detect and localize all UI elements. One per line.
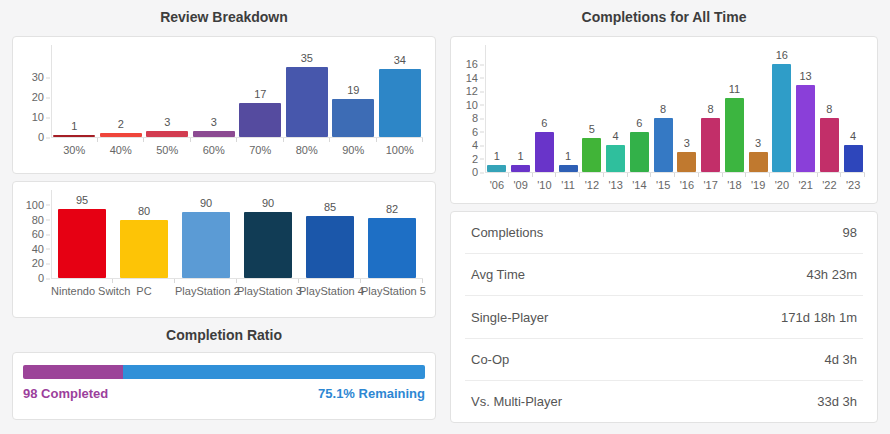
bar-playstation-5[interactable] bbox=[368, 218, 416, 278]
bar-18[interactable] bbox=[725, 98, 744, 172]
ratio-remaining-segment[interactable] bbox=[123, 365, 425, 379]
chart-column: 1770% bbox=[237, 49, 284, 159]
completion-ratio-title: Completion Ratio bbox=[12, 327, 436, 343]
stat-label: Vs. Multi-Player bbox=[471, 394, 562, 409]
bar-19[interactable] bbox=[749, 152, 768, 172]
bar-wrap: 1 bbox=[51, 49, 98, 137]
plot-area: 130%240%350%360%1770%3580%1990%34100% bbox=[51, 49, 423, 159]
bar-21[interactable] bbox=[796, 85, 815, 172]
y-axis-tick: 4 bbox=[472, 140, 478, 151]
ratio-completed-label: 98 Completed bbox=[23, 386, 108, 401]
bar-wrap: 35 bbox=[284, 49, 331, 137]
bar-wrap: 2 bbox=[98, 49, 145, 137]
bar-value-label: 34 bbox=[394, 54, 406, 66]
stat-label: Avg Time bbox=[471, 267, 525, 282]
y-axis: 0102030 bbox=[21, 49, 51, 137]
bar-value-label: 80 bbox=[138, 205, 150, 217]
x-axis-label: '20 bbox=[770, 172, 794, 194]
bar-playstation-2[interactable] bbox=[182, 212, 230, 278]
bar-wrap: 3 bbox=[746, 49, 770, 172]
x-axis-label: PlayStation 2 bbox=[175, 278, 237, 300]
bar-value-label: 85 bbox=[324, 201, 336, 213]
chart-column: 130% bbox=[51, 49, 98, 159]
chart-column: 1'06 bbox=[485, 49, 509, 194]
bar-wrap: 85 bbox=[299, 194, 361, 278]
bar-value-label: 3 bbox=[684, 137, 690, 149]
bar-value-label: 8 bbox=[708, 103, 714, 115]
bar-20[interactable] bbox=[772, 64, 791, 172]
bar-06[interactable] bbox=[487, 165, 506, 172]
y-axis: 0246810121416 bbox=[459, 49, 485, 172]
bar-wrap: 90 bbox=[237, 194, 299, 278]
chart-column: 8'22 bbox=[818, 49, 842, 194]
y-axis-tick: 14 bbox=[466, 72, 478, 83]
bar-wrap: 4 bbox=[604, 49, 628, 172]
x-axis-label: '11 bbox=[556, 172, 580, 194]
x-axis-label: '19 bbox=[746, 172, 770, 194]
review-breakdown-panel: 0102030130%240%350%360%1770%3580%1990%34… bbox=[12, 36, 436, 174]
ratio-remaining-label: 75.1% Remaining bbox=[318, 386, 425, 401]
bar-11[interactable] bbox=[559, 165, 578, 172]
bar-09[interactable] bbox=[511, 165, 530, 172]
chart-column: 82PlayStation 5 bbox=[361, 194, 423, 300]
chart-column: 34100% bbox=[377, 49, 424, 159]
chart-column: 3'19 bbox=[746, 49, 770, 194]
bar-value-label: 1 bbox=[71, 120, 77, 132]
bar-pc[interactable] bbox=[120, 220, 168, 278]
bar-23[interactable] bbox=[844, 145, 863, 172]
x-axis-label: PC bbox=[113, 278, 175, 300]
x-axis-label: '13 bbox=[604, 172, 628, 194]
review-breakdown-title: Review Breakdown bbox=[12, 9, 436, 25]
bar-value-label: 90 bbox=[200, 197, 212, 209]
x-axis-label: 30% bbox=[51, 137, 98, 159]
bar-playstation-3[interactable] bbox=[244, 212, 292, 278]
bar-nintendo-switch[interactable] bbox=[58, 209, 106, 278]
bar-12[interactable] bbox=[582, 138, 601, 172]
bar-wrap: 3 bbox=[675, 49, 699, 172]
bar-100[interactable] bbox=[379, 69, 421, 137]
y-axis-tick: 40 bbox=[32, 243, 44, 254]
bar-70[interactable] bbox=[239, 103, 281, 137]
bar-80[interactable] bbox=[286, 67, 328, 137]
bar-playstation-4[interactable] bbox=[306, 216, 354, 278]
x-axis-label: '10 bbox=[533, 172, 557, 194]
bar-value-label: 1 bbox=[565, 150, 571, 162]
bar-wrap: 1 bbox=[509, 49, 533, 172]
plot-area: 1'061'096'101'115'124'136'148'153'168'17… bbox=[485, 49, 865, 194]
bar-wrap: 6 bbox=[628, 49, 652, 172]
chart-column: 3580% bbox=[284, 49, 331, 159]
bar-value-label: 19 bbox=[347, 84, 359, 96]
bar-value-label: 17 bbox=[254, 88, 266, 100]
right-column: Completions for All Time 02468101214161'… bbox=[450, 0, 878, 423]
stat-row-co-op: Co-Op 4d 3h bbox=[465, 339, 863, 381]
x-axis-label: '22 bbox=[818, 172, 842, 194]
bar-value-label: 11 bbox=[729, 83, 740, 95]
bar-14[interactable] bbox=[630, 132, 649, 172]
bar-value-label: 2 bbox=[118, 118, 124, 130]
y-axis-tick: 2 bbox=[472, 153, 478, 164]
bar-value-label: 1 bbox=[494, 150, 500, 162]
stat-row-avg-time: Avg Time 43h 23m bbox=[465, 254, 863, 296]
y-axis-tick: 16 bbox=[466, 59, 478, 70]
chart-column: 6'14 bbox=[628, 49, 652, 194]
bar-22[interactable] bbox=[820, 118, 839, 172]
bar-15[interactable] bbox=[654, 118, 673, 172]
bar-13[interactable] bbox=[606, 145, 625, 172]
bar-value-label: 8 bbox=[826, 103, 832, 115]
bar-value-label: 8 bbox=[660, 103, 666, 115]
bar-wrap: 5 bbox=[580, 49, 604, 172]
ratio-completed-segment[interactable] bbox=[23, 365, 123, 379]
bar-17[interactable] bbox=[701, 118, 720, 172]
bar-10[interactable] bbox=[535, 132, 554, 172]
y-axis-tick: 80 bbox=[32, 214, 44, 225]
x-axis-label: 70% bbox=[237, 137, 284, 159]
bar-wrap: 4 bbox=[841, 49, 865, 172]
bar-16[interactable] bbox=[677, 152, 696, 172]
y-axis-tick: 8 bbox=[472, 113, 478, 124]
bar-90[interactable] bbox=[332, 99, 374, 137]
bar-value-label: 82 bbox=[386, 203, 398, 215]
x-axis-label: 40% bbox=[98, 137, 145, 159]
stat-value: 33d 3h bbox=[817, 394, 857, 409]
x-axis-label: '15 bbox=[651, 172, 675, 194]
completion-ratio-bar bbox=[23, 365, 425, 379]
